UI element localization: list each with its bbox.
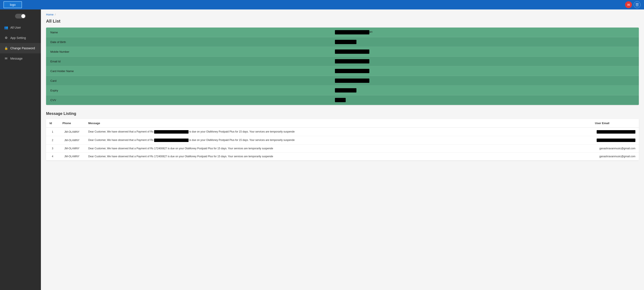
- redacted-amount: [154, 130, 188, 134]
- field-label-name: Name: [46, 27, 330, 37]
- table-row: Card: [46, 76, 639, 86]
- sidebar: All User App Setting Change Password Mes…: [0, 9, 41, 290]
- user-detail-card: Name an Date of Birth Mobile Number: [46, 27, 639, 105]
- table-row: 3 JM-OLAMNY Dear Customer, We have obser…: [46, 145, 639, 153]
- table-header-row: Id Phone Message User Email: [46, 119, 639, 128]
- users-icon: [4, 25, 8, 30]
- cell-id: 4: [46, 153, 59, 161]
- breadcrumb-home[interactable]: Home: [46, 13, 54, 16]
- field-value-email: [330, 57, 639, 66]
- field-label-email: Email Id: [46, 57, 330, 66]
- redacted-user-email: [597, 130, 636, 134]
- table-row: Name an: [46, 27, 639, 37]
- toggle-thumb: [21, 14, 25, 18]
- message-table: Id Phone Message User Email 1 JM-OLAMNY …: [46, 119, 639, 161]
- notification-button[interactable]: ✉: [625, 1, 632, 8]
- sidebar-item-change-password[interactable]: Change Password: [0, 43, 41, 53]
- cell-email: ganashravanmusic@gmail.com: [592, 153, 639, 161]
- table-row: Expiry: [46, 86, 639, 95]
- redacted-email: [335, 59, 369, 63]
- redacted-dob: [335, 40, 356, 44]
- settings-icon: [4, 36, 8, 40]
- nav-icons: ✉ ☰: [625, 1, 640, 8]
- table-row: Email Id: [46, 57, 639, 66]
- top-navbar: logo ✉ ☰: [0, 0, 644, 9]
- col-header-id: Id: [46, 119, 59, 128]
- table-row: Date of Birth: [46, 37, 639, 47]
- message-icon: [4, 56, 8, 61]
- field-label-card: Card: [46, 76, 330, 86]
- detail-table: Name an Date of Birth Mobile Number: [46, 27, 639, 105]
- mail-icon: ✉: [627, 3, 630, 7]
- cell-email: [592, 128, 639, 136]
- app-body: All User App Setting Change Password Mes…: [0, 9, 644, 290]
- field-value-card-holder: [330, 66, 639, 76]
- table-row: Card Holder Name: [46, 66, 639, 76]
- field-label-cvv: CVV: [46, 95, 330, 105]
- field-label-dob: Date of Birth: [46, 37, 330, 47]
- field-value-card: [330, 76, 639, 86]
- cell-id: 2: [46, 136, 59, 145]
- field-label-card-holder: Card Holder Name: [46, 66, 330, 76]
- cell-id: 3: [46, 145, 59, 153]
- redacted-card: [335, 78, 369, 83]
- cell-phone: JM-OLAMNY: [59, 136, 85, 145]
- message-listing-card: Id Phone Message User Email 1 JM-OLAMNY …: [46, 119, 639, 161]
- message-listing-title: Message Listing: [46, 111, 639, 116]
- cell-message: Dear Customer, We have observed that a P…: [85, 136, 592, 145]
- cell-message: Dear Customer, We have observed that a P…: [85, 153, 592, 161]
- redacted-mobile: [335, 49, 369, 54]
- field-value-cvv: [330, 95, 639, 105]
- cell-message: Dear Customer, We have observed that a P…: [85, 128, 592, 136]
- table-row: 1 JM-OLAMNY Dear Customer, We have obser…: [46, 128, 639, 136]
- sidebar-label-app-setting: App Setting: [10, 36, 26, 39]
- sidebar-label-change-password: Change Password: [10, 46, 35, 50]
- table-row: 2 JM-OLAMNY Dear Customer, We have obser…: [46, 136, 639, 145]
- table-row: CVV: [46, 95, 639, 105]
- col-header-phone: Phone: [59, 119, 85, 128]
- logo-button[interactable]: logo: [4, 1, 22, 8]
- field-value-expiry: [330, 86, 639, 95]
- lock-icon: [4, 46, 8, 50]
- redacted-cvv: [335, 98, 346, 102]
- redacted-card-holder: [335, 69, 369, 73]
- hamburger-icon: ☰: [636, 2, 639, 7]
- cell-phone: JM-OLAMNY: [59, 153, 85, 161]
- sidebar-label-message: Message: [10, 57, 22, 60]
- cell-email: [592, 136, 639, 145]
- sidebar-label-all-user: All User: [10, 26, 21, 29]
- field-value-dob: [330, 37, 639, 47]
- redacted-user-email: [597, 139, 636, 142]
- col-header-message: Message: [85, 119, 592, 128]
- sidebar-item-app-setting[interactable]: App Setting: [0, 33, 41, 43]
- cell-phone: JM-OLAMNY: [59, 145, 85, 153]
- field-value-name: an: [330, 27, 639, 37]
- menu-button[interactable]: ☰: [634, 1, 640, 8]
- cell-message: Dear Customer, We have observed that a P…: [85, 145, 592, 153]
- sidebar-item-all-user[interactable]: All User: [0, 22, 41, 33]
- sidebar-toggle-container: [0, 12, 41, 22]
- page-title: All List: [46, 19, 639, 24]
- redacted-name: [335, 30, 369, 34]
- field-label-expiry: Expiry: [46, 86, 330, 95]
- redacted-expiry: [335, 88, 356, 92]
- cell-phone: JM-OLAMNY: [59, 128, 85, 136]
- breadcrumb: Home /: [46, 13, 639, 16]
- table-row: Mobile Number: [46, 47, 639, 57]
- cell-id: 1: [46, 128, 59, 136]
- breadcrumb-separator: /: [55, 13, 56, 16]
- main-content: Home / All List Name an Date of Birth: [41, 9, 644, 290]
- field-value-mobile: [330, 47, 639, 57]
- sidebar-item-message[interactable]: Message: [0, 53, 41, 64]
- cell-email: ganashravanmusic@gmail.com: [592, 145, 639, 153]
- table-row: 4 JM-OLAMNY Dear Customer, We have obser…: [46, 153, 639, 161]
- toggle-track[interactable]: [15, 14, 26, 18]
- field-label-mobile: Mobile Number: [46, 47, 330, 57]
- redacted-amount: [154, 139, 188, 142]
- col-header-email: User Email: [592, 119, 639, 128]
